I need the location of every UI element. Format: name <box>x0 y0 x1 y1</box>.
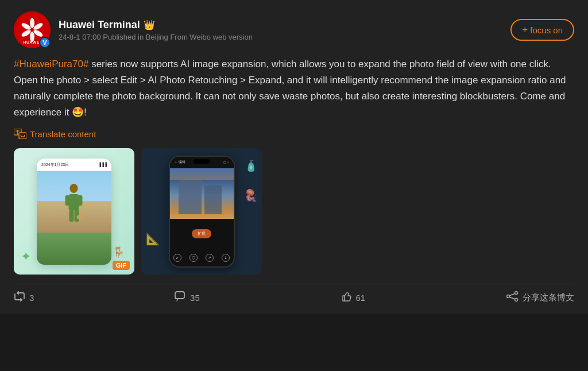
post-image-2[interactable]: 🧴 🪼 📐 ← 编辑 ⬡ ↑ <box>141 148 262 275</box>
svg-rect-9 <box>19 133 26 139</box>
post-header: HUAWEI V Huawei Terminal 👑 24-8-1 07:00 … <box>14 11 574 48</box>
phone-screen-dark <box>170 168 234 220</box>
dynamic-island <box>194 159 210 164</box>
star-decoration: ✦ <box>21 249 31 264</box>
person-silhouette <box>64 184 84 224</box>
bottle-decoration: 🧴 <box>245 160 257 172</box>
post-image-1[interactable]: ✦ 🪑 2024年1月23日 ▐▐▐ <box>14 148 134 275</box>
crown-icon: 👑 <box>144 20 155 30</box>
comment-icon-svg <box>175 291 186 302</box>
phone-screen-light <box>37 159 111 265</box>
phone-date: 2024年1月23日 <box>41 162 69 168</box>
phone-icon-4: ⤓ <box>222 254 230 262</box>
translate-button[interactable]: Translate content <box>14 129 574 139</box>
translate-label: Translate content <box>30 129 96 139</box>
username-row: Huawei Terminal 👑 <box>59 19 253 31</box>
gif-badge: GIF <box>113 261 130 270</box>
phone-signal: ▐▐▐ <box>98 163 107 167</box>
svg-rect-19 <box>69 209 74 222</box>
ruler-decoration: 📐 <box>146 232 160 246</box>
like-count: 61 <box>356 293 366 303</box>
hashtag-link[interactable]: #HuaweiPura70# <box>14 59 88 69</box>
like-icon <box>341 291 352 304</box>
comment-action[interactable]: 35 <box>175 291 200 304</box>
phone-action-icons: ↙ ⬡ ↗ ⤓ <box>170 254 234 262</box>
repost-count: 3 <box>29 293 34 303</box>
username: Huawei Terminal <box>59 19 140 31</box>
phone-bottom-section: 扩展 <box>170 219 234 249</box>
svg-point-25 <box>514 299 517 302</box>
post-card: HUAWEI V Huawei Terminal 👑 24-8-1 07:00 … <box>0 0 588 314</box>
svg-line-27 <box>509 293 515 296</box>
svg-text:HUAWEI: HUAWEI <box>24 40 41 44</box>
phone-expand-btn: 扩展 <box>192 229 211 238</box>
phone-statusbar-1: 2024年1月23日 ▐▐▐ <box>37 159 111 171</box>
svg-point-15 <box>70 184 78 193</box>
svg-rect-17 <box>65 195 70 206</box>
user-info-section: HUAWEI V Huawei Terminal 👑 24-8-1 07:00 … <box>14 11 253 48</box>
phone-icons: ⬡ ↑ <box>223 160 229 164</box>
svg-rect-18 <box>78 195 83 206</box>
user-details: Huawei Terminal 👑 24-8-1 07:00 Published… <box>59 19 253 41</box>
svg-line-28 <box>509 297 515 299</box>
phone-back: ← 编辑 <box>175 160 186 165</box>
repost-icon <box>14 291 25 304</box>
post-meta: 24-8-1 07:00 Published in Beijing From W… <box>59 33 253 41</box>
comment-count: 35 <box>190 293 200 303</box>
repost-icon-svg <box>14 291 25 302</box>
actions-bar: 3 35 61 <box>14 284 574 304</box>
svg-rect-23 <box>175 292 184 299</box>
focus-on-button[interactable]: + focus on <box>510 19 574 41</box>
phone-device-2: ← 编辑 ⬡ ↑ 扩展 <box>169 156 235 268</box>
focus-btn-label: focus on <box>530 25 563 35</box>
svg-rect-16 <box>69 194 79 210</box>
phone-icon-2: ⬡ <box>189 254 198 262</box>
share-icon-svg <box>506 291 519 302</box>
share-label: 分享这条博文 <box>523 292 574 303</box>
post-images: ✦ 🪑 2024年1月23日 ▐▐▐ <box>14 148 574 275</box>
svg-point-1 <box>30 18 34 28</box>
avatar-wrapper: HUAWEI V <box>14 11 51 48</box>
verified-badge: V <box>39 37 51 48</box>
phone-icon-1: ↙ <box>173 254 181 262</box>
like-icon-svg <box>341 291 352 302</box>
translate-icon <box>14 129 26 139</box>
post-text: series now supports AI image expansion, … <box>14 59 566 118</box>
repost-action[interactable]: 3 <box>14 291 34 304</box>
share-action[interactable]: 分享这条博文 <box>506 291 574 304</box>
phone-mock-dark: 🧴 🪼 📐 ← 编辑 ⬡ ↑ <box>141 148 262 275</box>
phone-device-1: 2024年1月23日 ▐▐▐ <box>37 159 111 265</box>
svg-point-24 <box>514 292 517 295</box>
share-icon <box>506 291 519 304</box>
comment-icon <box>175 291 186 304</box>
post-body: #HuaweiPura70# series now supports AI im… <box>14 56 574 121</box>
plus-icon: + <box>522 24 528 36</box>
jellyfish-decoration: 🪼 <box>244 188 258 202</box>
like-action[interactable]: 61 <box>341 291 366 304</box>
svg-point-26 <box>506 295 509 298</box>
phone-icon-3: ↗ <box>206 254 214 262</box>
phone-mock-light: ✦ 🪑 2024年1月23日 ▐▐▐ <box>14 148 134 275</box>
chair-decoration: 🪑 <box>113 246 125 258</box>
